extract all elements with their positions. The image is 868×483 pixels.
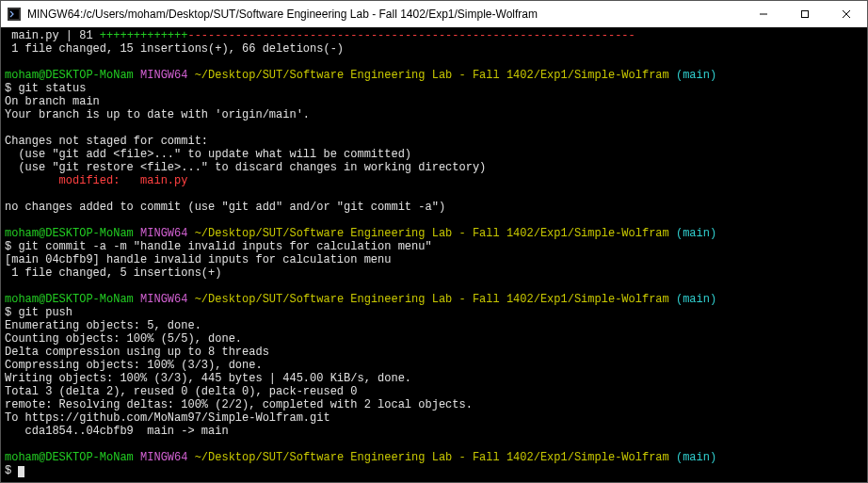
prompt-path: ~/Desktop/SUT/Software Engineering Lab -…	[195, 69, 669, 82]
diffstat-line: main.py | 81	[5, 29, 100, 42]
push-total: Total 3 (delta 2), reused 0 (delta 0), p…	[5, 385, 357, 398]
status-uptodate: Your branch is up to date with 'origin/m…	[5, 108, 310, 121]
prompt-branch: (main)	[676, 293, 716, 306]
push-write: Writing objects: 100% (3/3), 445 bytes |…	[5, 372, 411, 385]
push-count: Counting objects: 100% (5/5), done.	[5, 332, 242, 346]
status-no-changes: no changes added to commit (use "git add…	[5, 201, 445, 214]
status-branch: On branch main	[5, 95, 100, 108]
svg-rect-1	[9, 9, 19, 19]
cmd-git-commit: $ git commit -a -m "handle invalid input…	[5, 240, 432, 253]
cmd-git-push: $ git push	[5, 306, 72, 319]
prompt-branch: (main)	[676, 227, 716, 240]
final-prompt: $	[5, 464, 18, 477]
prompt-path: ~/Desktop/SUT/Software Engineering Lab -…	[195, 451, 669, 464]
prompt-shell: MINGW64	[140, 69, 187, 82]
commit-result: [main 04cbfb9] handle invalid inputs for…	[5, 253, 391, 266]
diffstat-plus: +++++++++++++	[100, 29, 188, 42]
status-not-staged: Changes not staged for commit:	[5, 135, 208, 148]
app-icon	[7, 7, 22, 22]
prompt-user: moham@DESKTOP-MoNam	[5, 451, 134, 464]
prompt-user: moham@DESKTOP-MoNam	[5, 293, 134, 306]
status-modified: modified: main.py	[59, 174, 188, 187]
maximize-button[interactable]	[784, 1, 826, 27]
commit-stat: 1 file changed, 5 insertions(+)	[5, 266, 221, 280]
minimize-button[interactable]	[743, 1, 784, 27]
cursor	[18, 466, 24, 477]
prompt-shell: MINGW64	[140, 227, 187, 240]
prompt-path: ~/Desktop/SUT/Software Engineering Lab -…	[195, 227, 669, 240]
app-window: MINGW64:/c/Users/moham/Desktop/SUT/Softw…	[0, 0, 868, 483]
push-to: To https://github.com/MoNam97/Simple-Wol…	[5, 411, 330, 425]
prompt-path: ~/Desktop/SUT/Software Engineering Lab -…	[195, 293, 669, 306]
diffstat-summary: 1 file changed, 15 insertions(+), 66 del…	[5, 42, 344, 56]
prompt-user: moham@DESKTOP-MoNam	[5, 227, 134, 240]
prompt-shell: MINGW64	[140, 293, 187, 306]
window-controls	[743, 1, 867, 27]
push-delta: Delta compression using up to 8 threads	[5, 346, 269, 359]
prompt-branch: (main)	[676, 69, 716, 82]
push-compress: Compressing objects: 100% (3/3), done.	[5, 359, 263, 372]
terminal-body[interactable]: main.py | 81 +++++++++++++--------------…	[1, 27, 867, 482]
titlebar[interactable]: MINGW64:/c/Users/moham/Desktop/SUT/Softw…	[1, 1, 867, 27]
status-modified-indent	[5, 174, 59, 187]
prompt-shell: MINGW64	[140, 451, 187, 464]
svg-rect-3	[802, 11, 809, 18]
status-hint-add: (use "git add <file>..." to update what …	[5, 148, 411, 161]
push-remote: remote: Resolving deltas: 100% (2/2), co…	[5, 398, 473, 411]
prompt-user: moham@DESKTOP-MoNam	[5, 69, 134, 82]
status-hint-restore: (use "git restore <file>..." to discard …	[5, 161, 486, 174]
window-title: MINGW64:/c/Users/moham/Desktop/SUT/Softw…	[27, 8, 743, 21]
close-button[interactable]	[826, 1, 867, 27]
diffstat-minus: ----------------------------------------…	[187, 29, 635, 42]
push-enum: Enumerating objects: 5, done.	[5, 319, 201, 332]
push-ref: cda1854..04cbfb9 main -> main	[5, 425, 229, 438]
cmd-git-status: $ git status	[5, 82, 86, 95]
prompt-branch: (main)	[676, 451, 716, 464]
